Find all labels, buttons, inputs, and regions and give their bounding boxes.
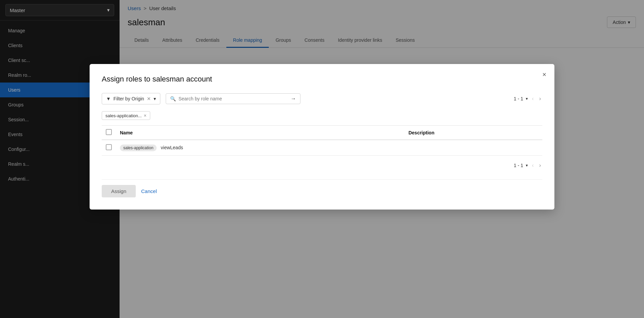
search-input[interactable] [179,96,288,101]
top-pagination: 1 - 1 ▾ ‹ › [514,94,542,103]
modal-close-button[interactable]: × [542,71,546,78]
search-submit-icon[interactable]: → [291,96,296,102]
filter-row: ▼ Filter by Origin ✕ ▾ 🔍 → 1 - 1 ▾ ‹ › [102,93,542,104]
chevron-down-icon[interactable]: ▾ [526,163,528,168]
roles-table: Name Description sales-application viewL… [102,125,542,156]
filter-tag-close-button[interactable]: × [144,113,147,118]
row-checkbox[interactable] [106,144,112,150]
filter-tag: sales-application... × [102,111,150,120]
col-name-header: Name [116,126,405,140]
search-box: 🔍 → [166,93,300,104]
modal-footer: Assign Cancel [102,179,542,197]
bottom-pagination: 1 - 1 ▾ ‹ › [102,161,542,170]
chevron-down-icon[interactable]: ▾ [526,96,528,101]
select-all-checkbox[interactable] [106,129,112,135]
next-page-bottom-button[interactable]: › [538,161,542,170]
prev-page-bottom-button[interactable]: ‹ [530,161,535,170]
bottom-pagination-label: 1 - 1 [514,163,523,168]
role-name-cell: sales-application viewLeads [116,140,405,156]
chevron-down-icon: ▾ [154,96,156,101]
role-description-cell [405,140,542,156]
filter-origin-label: Filter by Origin [114,96,144,101]
col-description-header: Description [405,126,542,140]
table-row: sales-application viewLeads [102,140,542,156]
next-page-button[interactable]: › [538,94,542,103]
assign-button[interactable]: Assign [102,185,136,197]
filter-clear-icon[interactable]: ✕ [147,96,151,101]
filter-icon: ▼ [106,96,111,101]
modal-overlay: Assign roles to salesman account × ▼ Fil… [0,0,644,318]
filter-by-origin-button[interactable]: ▼ Filter by Origin ✕ ▾ [102,93,160,104]
role-source-badge: sales-application [120,145,157,151]
cancel-button[interactable]: Cancel [141,188,157,194]
role-name: viewLeads [161,145,183,150]
filter-tag-label: sales-application... [105,113,142,118]
assign-roles-modal: Assign roles to salesman account × ▼ Fil… [90,64,554,210]
prev-page-button[interactable]: ‹ [530,94,535,103]
top-pagination-label: 1 - 1 [514,96,523,101]
search-icon: 🔍 [170,96,176,101]
modal-title: Assign roles to salesman account [102,75,542,84]
